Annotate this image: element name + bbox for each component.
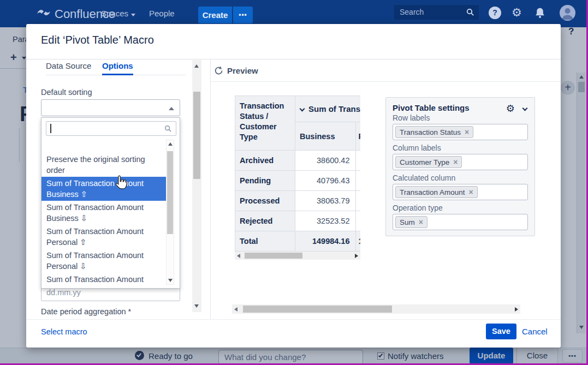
scroll-left-icon[interactable] [237, 254, 240, 258]
row-label: Rejected [235, 211, 295, 231]
dropdown-scrollbar[interactable] [166, 140, 174, 285]
remove-tag-icon[interactable] [453, 158, 458, 166]
collapse-icon [169, 107, 174, 110]
calculated-column-field[interactable]: Transaction Amount [393, 184, 528, 200]
chevron-down-icon [131, 14, 135, 16]
create-button[interactable]: Create [198, 7, 232, 23]
row-label: Processed [235, 191, 295, 211]
scroll-up-icon[interactable] [194, 64, 199, 68]
preview-horizontal-scrollbar[interactable] [232, 304, 520, 314]
dialog-title: Edit ‘Pivot Table’ Macro [41, 34, 154, 46]
column-labels-field[interactable]: Customer Type [393, 154, 528, 170]
scrollbar-thumb[interactable] [193, 92, 200, 179]
table-row: Rejected 32523.52 [235, 211, 361, 231]
preview-title: Preview [227, 66, 258, 75]
pivot-table: Transaction Status / Customer Type Sum o… [235, 95, 360, 252]
active-tab-underline [102, 74, 133, 75]
tag-transaction-status[interactable]: Transaction Status [395, 126, 473, 138]
scrollbar-thumb[interactable] [167, 151, 173, 234]
cell-value: 38600.42 [295, 151, 356, 171]
dropdown-option[interactable]: Sum of Transaction Amount Personal ⇧ [41, 225, 166, 249]
save-button[interactable]: Save [486, 324, 516, 339]
default-sorting-label: Default sorting [41, 88, 92, 97]
cancel-button[interactable]: Cancel [522, 327, 548, 336]
preview-divider [211, 81, 561, 82]
row-label: Pending [235, 171, 295, 191]
dropdown-option[interactable]: Sum of Transaction Amount Business ⇩ [41, 201, 166, 225]
cell-value: 40796.43 [295, 171, 356, 191]
confluence-logo-icon [37, 6, 50, 22]
settings-gear-icon[interactable]: ⚙ [506, 103, 515, 115]
column-labels-label: Column labels [393, 143, 528, 152]
screen: Confluence Spaces People Create ••• ? ⚙ … [0, 0, 588, 365]
tag-sum[interactable]: Sum [395, 216, 427, 228]
total-value: 149984.16 [295, 231, 356, 252]
gear-icon[interactable]: ⚙ [512, 6, 522, 19]
dropdown-option[interactable]: Sum of Transaction Amount [41, 273, 166, 286]
remove-tag-icon[interactable] [469, 188, 473, 196]
dropdown-search-box[interactable] [46, 121, 176, 136]
footer-divider [26, 319, 561, 320]
row-labels-field[interactable]: Transaction Status [393, 124, 528, 140]
scrollbar-thumb[interactable] [245, 253, 302, 259]
operation-type-label: Operation type [393, 204, 528, 212]
scroll-right-icon[interactable] [515, 307, 518, 312]
search-input[interactable] [400, 6, 462, 18]
header-divider [26, 59, 561, 59]
avatar[interactable] [560, 5, 575, 21]
remove-tag-icon[interactable] [419, 218, 423, 226]
help-icon[interactable]: ? [489, 7, 501, 19]
dropdown-option[interactable]: Sum of Transaction Amount Personal ⇩ [41, 249, 166, 273]
group-header[interactable]: Sum of Transaction Amount [295, 96, 361, 122]
notification-icon[interactable] [534, 7, 545, 21]
scroll-left-icon[interactable] [234, 307, 237, 312]
default-sorting-select[interactable] [41, 99, 180, 116]
refresh-icon[interactable] [214, 66, 223, 77]
table-row: Pending 40796.43 [235, 171, 361, 191]
table-row: Archived 38600.42 [235, 151, 361, 171]
scroll-up-icon[interactable] [168, 142, 173, 146]
total-label: Total [235, 231, 295, 252]
dropdown-option-list: Preserve the original sorting order Sum … [41, 139, 166, 288]
tab-data-source[interactable]: Data Source [46, 61, 91, 70]
nav-spaces[interactable]: Spaces [101, 9, 135, 18]
pivot-table-settings-panel: Pivot Table settings ⚙ Row labels Transa… [385, 97, 535, 236]
dropdown-option[interactable]: Preserve the original sorting order [41, 153, 166, 177]
table-horizontal-scrollbar[interactable] [235, 252, 360, 260]
column-header-personal: Personal [355, 122, 360, 151]
edit-macro-dialog: Edit ‘Pivot Table’ Macro Data Source Opt… [26, 24, 561, 348]
create-more-button[interactable]: ••• [233, 7, 253, 23]
row-label: Archived [235, 151, 295, 171]
options-pane-scrollbar[interactable] [192, 60, 201, 312]
chevron-down-icon [300, 106, 305, 112]
date-period-label: Date period aggregation * [41, 307, 131, 316]
row-labels-label: Row labels [393, 113, 528, 122]
dropdown-option[interactable] [41, 139, 166, 153]
total-row: Total 149984.16 1 [235, 231, 361, 252]
cell-value: 32523.52 [295, 211, 356, 231]
scroll-down-icon[interactable] [168, 279, 173, 282]
search-icon [164, 125, 172, 135]
tag-customer-type[interactable]: Customer Type [395, 156, 462, 168]
operation-type-field[interactable]: Sum [393, 214, 528, 230]
nav-people[interactable]: People [149, 9, 175, 18]
search-box[interactable] [394, 5, 479, 20]
cell-value: 38063.79 [295, 191, 356, 211]
scroll-right-icon[interactable] [355, 254, 358, 258]
select-macro-link[interactable]: Select macro [41, 327, 87, 336]
mouse-cursor [115, 175, 128, 192]
remove-tag-icon[interactable] [465, 128, 469, 136]
scrollbar-thumb[interactable] [243, 306, 392, 313]
table-row: Processed 38063.79 [235, 191, 361, 211]
total-value-partial: 1 [355, 231, 360, 252]
scroll-down-icon[interactable] [194, 304, 199, 308]
pane-divider [210, 59, 211, 319]
text-caret [50, 124, 51, 133]
dropdown-option-selected[interactable]: Sum of Transaction Amount Business ⇧ [41, 177, 166, 201]
search-icon[interactable] [466, 8, 474, 19]
tab-options[interactable]: Options [102, 61, 133, 70]
top-navbar: Confluence Spaces People Create ••• ? ⚙ [0, 0, 588, 27]
tag-transaction-amount[interactable]: Transaction Amount [395, 186, 478, 198]
corner-header: Transaction Status / Customer Type [235, 96, 295, 151]
sorting-dropdown: Preserve the original sorting order Sum … [41, 117, 180, 289]
